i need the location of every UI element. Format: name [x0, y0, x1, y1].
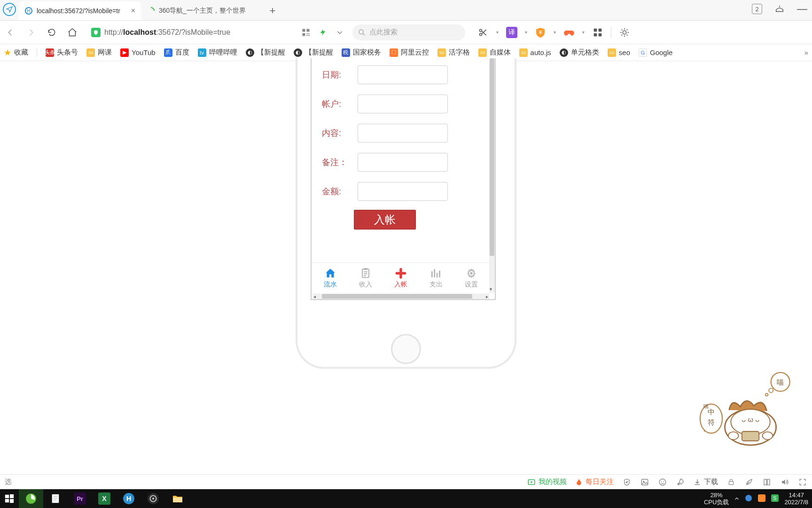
gamepad-icon[interactable] — [563, 27, 575, 38]
bookmark-item[interactable]: ◐【新提醒 — [294, 48, 333, 57]
tray-expand-icon[interactable] — [734, 495, 740, 502]
input-amount[interactable] — [358, 182, 448, 201]
bookmark-item[interactable]: 爪百度 — [164, 48, 189, 57]
svg-text:喵: 喵 — [777, 378, 784, 386]
tab-localhost[interactable]: H localhost:35672/?isMobile=tr × — [19, 1, 141, 20]
rocket-icon[interactable] — [676, 477, 685, 487]
taskbar-app-notepad[interactable] — [43, 489, 68, 508]
taskbar-app-explorer[interactable] — [165, 489, 190, 508]
bookmark-item[interactable]: tv哔哩哔哩 — [198, 48, 237, 57]
panels-icon[interactable] — [762, 477, 772, 487]
tab-settings[interactable]: 设置 — [465, 267, 478, 289]
input-content[interactable] — [358, 124, 448, 143]
dropdown-caret-icon[interactable]: ▾ — [554, 30, 556, 35]
phone-home-button[interactable] — [391, 334, 421, 364]
image-icon[interactable] — [640, 477, 649, 487]
horizontal-scrollbar[interactable]: ◂ ▸ — [312, 294, 489, 299]
taskbar-app-obs[interactable] — [141, 489, 165, 508]
nav-forward-button[interactable] — [24, 26, 38, 39]
tab-favicon-localhost: H — [24, 7, 33, 15]
scroll-down-arrow-icon[interactable]: ▾ — [490, 286, 492, 292]
volume-icon[interactable] — [780, 477, 789, 487]
bookmark-favorites[interactable]: ★ 收藏 — [4, 48, 28, 58]
dropdown-caret-icon[interactable]: ▾ — [582, 30, 585, 35]
swirl-icon: ◐ — [294, 48, 302, 57]
url-bar[interactable]: http://localhost:35672/?isMobile=true — [86, 24, 293, 40]
search-box[interactable]: 点此搜索 — [352, 24, 465, 40]
bookmark-item[interactable]: ▶YouTub — [120, 48, 156, 57]
minimize-icon[interactable]: — — [797, 3, 807, 15]
bookmark-item[interactable]: GGoogle — [639, 48, 672, 57]
taskbar-app-premiere[interactable]: Pr — [68, 489, 92, 508]
tab-income[interactable]: 收入 — [359, 267, 372, 289]
tab-360nav[interactable]: 360导航_一个主页，整个世界 — [141, 1, 263, 20]
tab-expense[interactable]: 支出 — [429, 267, 443, 289]
input-account[interactable] — [358, 95, 448, 113]
window-count-badge[interactable]: 2 — [752, 4, 762, 14]
home-button[interactable] — [66, 26, 79, 39]
bookmarks-overflow-icon[interactable]: » — [804, 48, 808, 56]
tab-entry[interactable]: 入帐 — [394, 267, 407, 289]
emoji-icon[interactable] — [658, 477, 667, 487]
mascot-sticker[interactable]: 喵 中 符 喵 , ᴗ ω ᴗ — [699, 372, 793, 447]
taskbar-app-browser[interactable] — [19, 489, 43, 508]
bookmark-item[interactable]: ▭网课 — [86, 48, 112, 57]
tray-app-icon[interactable]: S — [771, 494, 780, 503]
bookmark-item[interactable]: ▭auto.js — [519, 48, 551, 57]
bookmark-item[interactable]: 头条头条号 — [46, 48, 78, 57]
scroll-right-arrow-icon[interactable]: ▸ — [486, 294, 488, 299]
submit-button[interactable]: 入帐 — [354, 210, 416, 230]
input-date[interactable] — [358, 65, 448, 84]
taskbar-app-h[interactable]: H — [117, 489, 141, 508]
bookmark-item[interactable]: ▭seo — [608, 48, 630, 57]
bookmark-item[interactable]: 〔〕阿里云控 — [390, 48, 429, 57]
chevron-down-icon[interactable] — [335, 27, 345, 38]
translate-button[interactable]: 译 — [506, 27, 517, 38]
close-icon[interactable]: × — [131, 7, 135, 15]
bookmark-item[interactable]: ▭自媒体 — [478, 48, 511, 57]
input-note[interactable] — [358, 153, 448, 172]
nav-back-button[interactable] — [4, 26, 17, 39]
leaf-icon[interactable] — [744, 477, 754, 487]
cpu-load-widget[interactable]: 28% CPU负载 — [704, 492, 729, 506]
tray-app-icon[interactable] — [745, 494, 753, 503]
browser-app-icon[interactable] — [3, 3, 16, 16]
sec-shield-icon[interactable] — [622, 477, 632, 487]
svg-rect-47 — [5, 495, 9, 498]
tax-icon: 税 — [342, 48, 350, 57]
tab-flow[interactable]: 流水 — [324, 267, 337, 289]
new-tab-button[interactable]: + — [263, 1, 282, 20]
apps-grid-icon[interactable] — [592, 27, 603, 38]
money-shield-icon[interactable]: ¥ — [535, 27, 546, 38]
svg-rect-16 — [599, 33, 602, 36]
bookmark-item[interactable]: 税国家税务 — [342, 48, 381, 57]
qr-icon[interactable] — [301, 27, 311, 38]
reload-button[interactable] — [45, 26, 58, 39]
daily-focus-link[interactable]: 每日关注 — [575, 477, 614, 486]
start-button[interactable] — [0, 489, 19, 508]
my-video-link[interactable]: 我的视频 — [527, 477, 567, 486]
clock-widget[interactable]: 14:47 2022/7/8 — [784, 492, 808, 506]
fullscreen-icon[interactable] — [798, 477, 807, 487]
scissors-icon[interactable] — [477, 27, 489, 38]
folder-icon: ▭ — [608, 48, 616, 57]
bookmark-item[interactable]: ◐单元格类 — [560, 48, 599, 57]
dropdown-caret-icon[interactable]: ▾ — [496, 30, 499, 35]
theme-sun-icon[interactable] — [619, 27, 630, 38]
wardrobe-icon[interactable] — [774, 4, 785, 14]
lightning-icon[interactable] — [318, 27, 328, 38]
field-row-account: 帐户: — [321, 89, 481, 119]
svg-text:H: H — [126, 495, 131, 502]
bookmark-item[interactable]: ▭活字格 — [437, 48, 470, 57]
taskbar-app-excel[interactable]: X — [92, 489, 117, 508]
download-link[interactable]: 下载 — [694, 477, 718, 486]
scroll-left-arrow-icon[interactable]: ◂ — [313, 294, 316, 299]
vertical-scroll-thumb[interactable] — [490, 58, 494, 256]
bookmark-item[interactable]: ◐【新提醒 — [246, 48, 285, 57]
status-right: 我的视频 每日关注 下载 — [527, 477, 807, 487]
vertical-scrollbar[interactable]: ▾ — [489, 58, 495, 293]
horizontal-scroll-thumb[interactable] — [322, 294, 472, 299]
tray-app-icon[interactable] — [758, 494, 766, 503]
dropdown-caret-icon[interactable]: ▾ — [525, 30, 527, 35]
lock-icon[interactable] — [726, 477, 736, 487]
